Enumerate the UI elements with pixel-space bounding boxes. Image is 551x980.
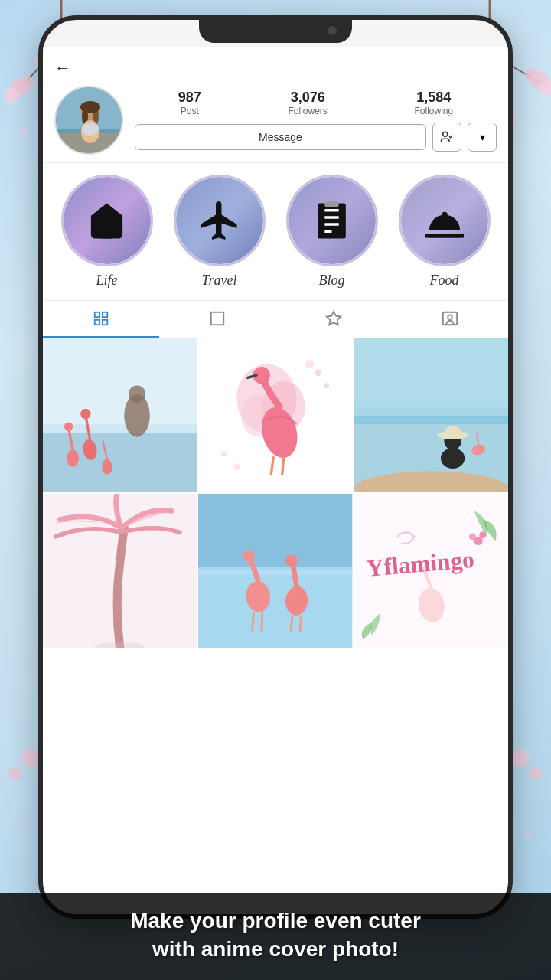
post-3[interactable] (354, 338, 508, 492)
back-button[interactable]: ← (54, 58, 71, 78)
svg-point-78 (64, 423, 73, 431)
chevron-down-icon: ▾ (480, 131, 485, 143)
highlight-life[interactable]: Life (61, 175, 153, 289)
tab-single[interactable] (159, 301, 276, 338)
banner-line2: with anime cover photo! (152, 937, 399, 961)
post-6[interactable]: Yflamingo (354, 494, 508, 648)
svg-rect-104 (354, 338, 508, 407)
highlight-travel-label: Travel (201, 273, 236, 289)
post-2[interactable] (198, 338, 352, 492)
svg-line-118 (300, 616, 301, 632)
svg-point-72 (129, 386, 145, 403)
stat-followers: 3,076 Followers (288, 90, 327, 116)
highlight-travel[interactable]: Travel (174, 175, 266, 289)
svg-point-3 (10, 79, 28, 97)
tab-grid[interactable] (43, 301, 159, 338)
svg-rect-60 (103, 312, 107, 317)
bottom-banner: Make your profile even cuter with anime … (0, 893, 551, 980)
svg-rect-108 (198, 494, 352, 571)
post-4[interactable] (43, 494, 197, 648)
highlight-food-circle (399, 175, 491, 266)
banner-text: Make your profile even cuter with anime … (23, 907, 528, 963)
svg-rect-109 (198, 571, 352, 648)
svg-rect-61 (95, 320, 99, 325)
phone-frame: ← (38, 15, 513, 919)
svg-point-24 (525, 68, 539, 82)
notch-camera (328, 26, 337, 35)
avatar (54, 86, 123, 155)
svg-point-40 (523, 831, 532, 838)
phone-notch (199, 20, 352, 43)
svg-point-57 (442, 212, 448, 218)
phone-content: ← (43, 47, 508, 914)
stats-row: 987 Post 3,076 Followers 1,584 Following (135, 90, 497, 116)
svg-point-5 (20, 76, 34, 90)
post-label: Post (181, 106, 199, 116)
svg-point-122 (469, 534, 476, 541)
svg-point-79 (102, 459, 112, 475)
posts-tabs (43, 301, 508, 338)
post-1[interactable] (43, 338, 197, 492)
followers-label: Followers (288, 106, 327, 116)
svg-rect-63 (211, 312, 224, 325)
svg-point-22 (530, 71, 549, 90)
svg-point-29 (21, 749, 40, 767)
svg-point-93 (222, 452, 227, 457)
highlight-life-bg (64, 177, 151, 264)
stats-area: 987 Post 3,076 Followers 1,584 Following (135, 90, 497, 152)
follow-icon-button[interactable] (432, 122, 461, 152)
svg-point-92 (233, 463, 240, 470)
svg-point-23 (540, 80, 551, 96)
followers-count: 3,076 (291, 90, 325, 106)
highlights-section: Life Travel (43, 162, 508, 300)
stat-following: 1,584 Following (414, 90, 453, 116)
svg-point-89 (315, 369, 321, 376)
svg-line-114 (262, 612, 262, 632)
svg-line-88 (282, 456, 284, 475)
highlight-blog[interactable]: Blog (286, 175, 378, 289)
following-count: 1,584 (416, 90, 451, 106)
highlight-travel-circle (174, 175, 266, 266)
profile-header: ← (43, 47, 508, 162)
svg-point-34 (18, 824, 27, 830)
tab-tagged[interactable] (276, 301, 392, 338)
following-label: Following (414, 106, 453, 116)
svg-point-123 (479, 532, 486, 539)
highlight-travel-bg (176, 177, 263, 264)
svg-point-38 (529, 766, 543, 780)
svg-point-76 (67, 449, 79, 466)
highlight-life-label: Life (96, 273, 117, 289)
highlight-food-label: Food (430, 273, 459, 289)
posts-section: Yflamingo (43, 300, 508, 648)
highlight-food[interactable]: Food (399, 175, 491, 289)
highlight-blog-bg (289, 177, 376, 264)
svg-point-75 (80, 409, 90, 419)
post-5[interactable] (198, 494, 352, 648)
highlight-food-bg (401, 177, 488, 264)
tab-profile-posts[interactable] (392, 301, 508, 338)
highlight-life-circle (61, 175, 153, 266)
highlights-row: Life Travel (51, 175, 500, 289)
dropdown-button[interactable]: ▾ (468, 122, 497, 152)
svg-rect-58 (427, 234, 461, 238)
svg-point-91 (305, 360, 314, 368)
svg-point-50 (443, 132, 448, 136)
svg-point-66 (448, 315, 452, 319)
svg-point-14 (18, 126, 28, 136)
svg-point-32 (8, 766, 22, 780)
posts-grid: Yflamingo (43, 338, 508, 648)
svg-rect-56 (324, 201, 338, 207)
svg-point-49 (82, 123, 99, 136)
post-count: 987 (178, 90, 201, 106)
svg-rect-110 (198, 567, 352, 575)
stat-post: 987 Post (178, 90, 201, 116)
profile-info-row: 987 Post 3,076 Followers 1,584 Following (54, 86, 497, 155)
svg-rect-59 (95, 312, 99, 317)
svg-marker-64 (327, 312, 341, 325)
svg-point-101 (444, 426, 461, 439)
svg-point-99 (441, 448, 465, 469)
message-button[interactable]: Message (135, 124, 426, 150)
banner-line1: Make your profile even cuter (130, 909, 421, 933)
svg-rect-70 (43, 433, 197, 492)
svg-point-35 (511, 749, 530, 767)
